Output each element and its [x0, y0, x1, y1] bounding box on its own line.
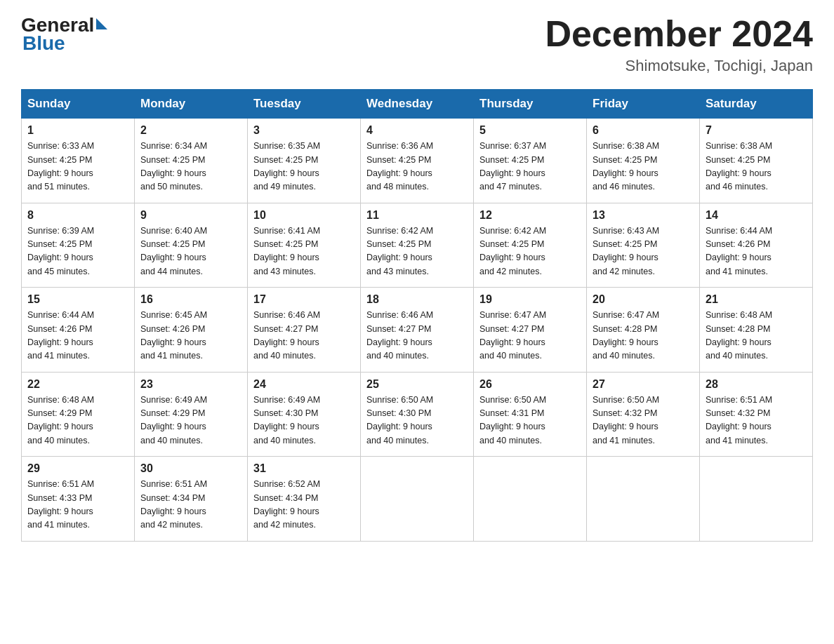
- day-number: 6: [593, 124, 694, 137]
- table-row: 30 Sunrise: 6:51 AMSunset: 4:34 PMDaylig…: [135, 457, 248, 542]
- day-info: Sunrise: 6:47 AMSunset: 4:28 PMDaylight:…: [593, 310, 659, 361]
- calendar-header-row: Sunday Monday Tuesday Wednesday Thursday…: [22, 90, 813, 119]
- day-number: 17: [253, 293, 355, 306]
- day-info: Sunrise: 6:42 AMSunset: 4:25 PMDaylight:…: [479, 226, 546, 276]
- day-info: Sunrise: 6:39 AMSunset: 4:25 PMDaylight:…: [27, 226, 94, 276]
- day-number: 20: [593, 293, 694, 306]
- table-row: 20 Sunrise: 6:47 AMSunset: 4:28 PMDaylig…: [587, 288, 700, 373]
- day-info: Sunrise: 6:34 AMSunset: 4:25 PMDaylight:…: [140, 141, 207, 192]
- table-row: [587, 457, 700, 542]
- day-number: 1: [27, 124, 128, 137]
- day-number: 26: [479, 378, 581, 391]
- location-subtitle: Shimotsuke, Tochigi, Japan: [545, 57, 813, 75]
- calendar-week-row: 1 Sunrise: 6:33 AMSunset: 4:25 PMDayligh…: [22, 119, 813, 203]
- day-info: Sunrise: 6:38 AMSunset: 4:25 PMDaylight:…: [593, 141, 659, 192]
- day-info: Sunrise: 6:51 AMSunset: 4:34 PMDaylight:…: [140, 479, 207, 530]
- table-row: 12 Sunrise: 6:42 AMSunset: 4:25 PMDaylig…: [474, 203, 587, 288]
- table-row: 15 Sunrise: 6:44 AMSunset: 4:26 PMDaylig…: [22, 288, 135, 373]
- day-number: 8: [27, 209, 128, 222]
- col-friday: Friday: [587, 90, 700, 119]
- day-number: 19: [479, 293, 581, 306]
- day-number: 14: [706, 209, 807, 222]
- day-number: 18: [366, 293, 468, 306]
- day-number: 27: [593, 378, 694, 391]
- day-number: 3: [253, 124, 355, 137]
- table-row: 9 Sunrise: 6:40 AMSunset: 4:25 PMDayligh…: [135, 203, 248, 288]
- day-number: 25: [366, 378, 468, 391]
- col-monday: Monday: [135, 90, 248, 119]
- day-info: Sunrise: 6:50 AMSunset: 4:32 PMDaylight:…: [593, 395, 659, 445]
- table-row: 18 Sunrise: 6:46 AMSunset: 4:27 PMDaylig…: [361, 288, 474, 373]
- day-number: 31: [253, 462, 355, 475]
- table-row: 24 Sunrise: 6:49 AMSunset: 4:30 PMDaylig…: [248, 372, 361, 457]
- calendar-week-row: 15 Sunrise: 6:44 AMSunset: 4:26 PMDaylig…: [22, 288, 813, 373]
- table-row: 14 Sunrise: 6:44 AMSunset: 4:26 PMDaylig…: [700, 203, 813, 288]
- table-row: 22 Sunrise: 6:48 AMSunset: 4:29 PMDaylig…: [22, 372, 135, 457]
- day-number: 28: [706, 378, 807, 391]
- calendar-week-row: 29 Sunrise: 6:51 AMSunset: 4:33 PMDaylig…: [22, 457, 813, 542]
- day-number: 22: [27, 378, 128, 391]
- day-number: 23: [140, 378, 241, 391]
- table-row: 29 Sunrise: 6:51 AMSunset: 4:33 PMDaylig…: [22, 457, 135, 542]
- day-number: 11: [366, 209, 468, 222]
- col-tuesday: Tuesday: [248, 90, 361, 119]
- table-row: 1 Sunrise: 6:33 AMSunset: 4:25 PMDayligh…: [22, 119, 135, 203]
- day-number: 9: [140, 209, 241, 222]
- day-info: Sunrise: 6:52 AMSunset: 4:34 PMDaylight:…: [253, 479, 320, 530]
- table-row: 8 Sunrise: 6:39 AMSunset: 4:25 PMDayligh…: [22, 203, 135, 288]
- day-number: 21: [706, 293, 807, 306]
- title-area: December 2024 Shimotsuke, Tochigi, Japan: [545, 14, 813, 75]
- day-info: Sunrise: 6:35 AMSunset: 4:25 PMDaylight:…: [253, 141, 320, 192]
- table-row: 23 Sunrise: 6:49 AMSunset: 4:29 PMDaylig…: [135, 372, 248, 457]
- table-row: 3 Sunrise: 6:35 AMSunset: 4:25 PMDayligh…: [248, 119, 361, 203]
- table-row: 13 Sunrise: 6:43 AMSunset: 4:25 PMDaylig…: [587, 203, 700, 288]
- day-info: Sunrise: 6:51 AMSunset: 4:33 PMDaylight:…: [27, 479, 94, 530]
- day-number: 29: [27, 462, 128, 475]
- day-info: Sunrise: 6:44 AMSunset: 4:26 PMDaylight:…: [27, 310, 94, 361]
- day-number: 24: [253, 378, 355, 391]
- day-number: 16: [140, 293, 241, 306]
- table-row: 28 Sunrise: 6:51 AMSunset: 4:32 PMDaylig…: [700, 372, 813, 457]
- day-info: Sunrise: 6:37 AMSunset: 4:25 PMDaylight:…: [479, 141, 546, 192]
- day-info: Sunrise: 6:44 AMSunset: 4:26 PMDaylight:…: [706, 226, 772, 276]
- day-info: Sunrise: 6:46 AMSunset: 4:27 PMDaylight:…: [253, 310, 320, 361]
- day-info: Sunrise: 6:42 AMSunset: 4:25 PMDaylight:…: [366, 226, 433, 276]
- table-row: [474, 457, 587, 542]
- table-row: 27 Sunrise: 6:50 AMSunset: 4:32 PMDaylig…: [587, 372, 700, 457]
- table-row: 10 Sunrise: 6:41 AMSunset: 4:25 PMDaylig…: [248, 203, 361, 288]
- table-row: 6 Sunrise: 6:38 AMSunset: 4:25 PMDayligh…: [587, 119, 700, 203]
- table-row: 16 Sunrise: 6:45 AMSunset: 4:26 PMDaylig…: [135, 288, 248, 373]
- table-row: [700, 457, 813, 542]
- day-number: 10: [253, 209, 355, 222]
- table-row: [361, 457, 474, 542]
- day-info: Sunrise: 6:50 AMSunset: 4:30 PMDaylight:…: [366, 395, 433, 445]
- day-info: Sunrise: 6:43 AMSunset: 4:25 PMDaylight:…: [593, 226, 659, 276]
- day-info: Sunrise: 6:45 AMSunset: 4:26 PMDaylight:…: [140, 310, 207, 361]
- calendar-week-row: 22 Sunrise: 6:48 AMSunset: 4:29 PMDaylig…: [22, 372, 813, 457]
- day-number: 30: [140, 462, 241, 475]
- table-row: 21 Sunrise: 6:48 AMSunset: 4:28 PMDaylig…: [700, 288, 813, 373]
- col-wednesday: Wednesday: [361, 90, 474, 119]
- logo: General Blue: [21, 14, 107, 55]
- day-info: Sunrise: 6:49 AMSunset: 4:30 PMDaylight:…: [253, 395, 320, 445]
- day-number: 4: [366, 124, 468, 137]
- table-row: 25 Sunrise: 6:50 AMSunset: 4:30 PMDaylig…: [361, 372, 474, 457]
- table-row: 17 Sunrise: 6:46 AMSunset: 4:27 PMDaylig…: [248, 288, 361, 373]
- logo-arrow-icon: [96, 18, 107, 32]
- day-number: 2: [140, 124, 241, 137]
- day-info: Sunrise: 6:41 AMSunset: 4:25 PMDaylight:…: [253, 226, 320, 276]
- month-title: December 2024: [545, 14, 813, 54]
- table-row: 19 Sunrise: 6:47 AMSunset: 4:27 PMDaylig…: [474, 288, 587, 373]
- page-header: General Blue December 2024 Shimotsuke, T…: [21, 14, 813, 75]
- day-info: Sunrise: 6:48 AMSunset: 4:29 PMDaylight:…: [27, 395, 94, 445]
- day-number: 5: [479, 124, 581, 137]
- table-row: 2 Sunrise: 6:34 AMSunset: 4:25 PMDayligh…: [135, 119, 248, 203]
- calendar-week-row: 8 Sunrise: 6:39 AMSunset: 4:25 PMDayligh…: [22, 203, 813, 288]
- table-row: 5 Sunrise: 6:37 AMSunset: 4:25 PMDayligh…: [474, 119, 587, 203]
- day-info: Sunrise: 6:40 AMSunset: 4:25 PMDaylight:…: [140, 226, 207, 276]
- day-number: 12: [479, 209, 581, 222]
- col-sunday: Sunday: [22, 90, 135, 119]
- logo-blue-text: Blue: [22, 32, 107, 55]
- table-row: 4 Sunrise: 6:36 AMSunset: 4:25 PMDayligh…: [361, 119, 474, 203]
- table-row: 26 Sunrise: 6:50 AMSunset: 4:31 PMDaylig…: [474, 372, 587, 457]
